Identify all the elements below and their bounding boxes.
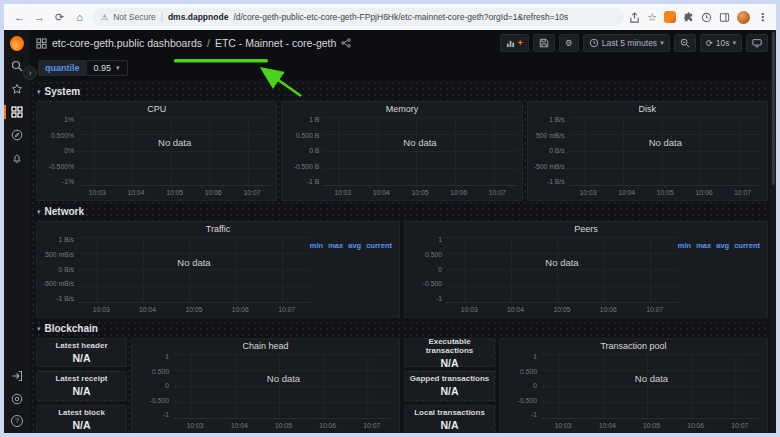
legend-item-current[interactable]: current [734, 241, 760, 250]
alerting-bell-icon[interactable] [10, 151, 24, 165]
stat-latest-receipt[interactable]: Latest receipt N/A [36, 371, 127, 400]
share-icon[interactable] [629, 12, 640, 23]
legend-item-min[interactable]: min [678, 241, 691, 250]
x-tick-label: 10:03 [446, 303, 492, 315]
disk-chart[interactable]: 1 B/s500 mB/s0 B/s-500 mB/s-1 B/sNo data… [528, 116, 767, 200]
stat-local-transactions[interactable]: Local transactions N/A [404, 405, 495, 433]
y-tick-label: -500 mB/s [43, 280, 74, 287]
share-dashboard-icon[interactable] [341, 38, 351, 48]
plot-area[interactable]: No data [541, 354, 762, 419]
plot-area[interactable]: No data [78, 117, 271, 186]
stat-latest-header[interactable]: Latest header N/A [36, 338, 127, 367]
search-icon[interactable] [10, 59, 24, 73]
extensions-puzzle-icon[interactable] [683, 12, 694, 23]
panel-chain-head-title[interactable]: Chain head [132, 339, 399, 353]
chevron-down-icon: ▾ [732, 39, 736, 47]
traffic-chart[interactable]: 1 B/s500 mB/s0 B/s-500 mB/s-1 B/sNo data… [37, 236, 399, 317]
stat-gapped-transactions[interactable]: Gapped transactions N/A [404, 371, 495, 400]
add-panel-button[interactable]: + [500, 34, 529, 52]
cpu-chart[interactable]: 1%0.500%0%-0.500%-1%No data10:0310:0410:… [37, 116, 276, 200]
x-tick-label: 10:04 [217, 419, 261, 431]
section-network[interactable]: ▾ Network [37, 205, 768, 218]
page-scrollbar[interactable] [771, 30, 776, 433]
zoom-out-time-button[interactable] [674, 34, 696, 52]
plot-column: No data10:0310:0410:0510:0610:07 [569, 117, 762, 198]
time-range-picker[interactable]: Last 5 minutes ▾ [583, 34, 670, 52]
legend-item-avg[interactable]: avg [348, 241, 361, 250]
y-axis: 10.5000-0.500-1 [408, 237, 446, 315]
no-data-label: No data [446, 257, 678, 268]
breadcrumb-dashboard-title[interactable]: ETC - Mainnet - core-geth [215, 37, 336, 49]
metamask-extension-icon[interactable] [664, 11, 676, 23]
panel-chain-head: Chain head 10.5000-0.500-1No data10:0310… [131, 338, 400, 433]
plot-area[interactable]: No data [323, 117, 516, 186]
transaction-pool-chart[interactable]: 10.5000-0.500-1No data10:0310:0410:0510:… [500, 353, 767, 433]
panel-traffic-title[interactable]: Traffic [37, 222, 399, 236]
home-icon[interactable]: ⌂ [72, 11, 87, 23]
breadcrumb-folder[interactable]: etc-core-geth.public dashboards [52, 37, 202, 49]
address-bar[interactable]: ⚠ Not Secure | dms.dappnode/d/core-geth-… [92, 8, 624, 26]
chain-head-chart[interactable]: 10.5000-0.500-1No data10:0310:0410:0510:… [132, 353, 399, 433]
back-icon[interactable]: ← [12, 11, 27, 23]
stat-title: Executable transactions [405, 337, 494, 355]
sidebar-expand-button[interactable]: › [23, 66, 37, 80]
stat-value: N/A [440, 419, 458, 431]
x-axis: 10:0310:0410:0510:0610:07 [541, 419, 762, 431]
scrollbar-thumb[interactable] [772, 32, 775, 185]
refresh-icon: ⟳ [706, 38, 713, 48]
legend-item-avg[interactable]: avg [716, 241, 729, 250]
quantile-variable-dropdown[interactable]: 0.95 ▾ [87, 60, 128, 76]
y-tick-label: 0.500 [520, 368, 537, 375]
y-tick-label: -0.500% [49, 163, 74, 170]
legend-item-max[interactable]: max [328, 241, 343, 250]
y-tick-label: 0.500 [152, 368, 169, 375]
panel-transaction-pool-title[interactable]: Transaction pool [500, 339, 767, 353]
sign-in-icon[interactable] [10, 369, 24, 383]
dashboard-variables-row: quantile 0.95 ▾ [30, 56, 776, 80]
section-blockchain[interactable]: ▾ Blockchain [37, 322, 768, 335]
help-icon[interactable]: ? [11, 415, 23, 427]
grafana-main: › etc-core-geth.public dashboards / ETC … [30, 30, 776, 433]
explore-compass-icon[interactable] [10, 128, 24, 142]
section-system[interactable]: ▾ System [37, 85, 768, 98]
plot-area[interactable]: No data [78, 237, 310, 303]
bookmark-star-icon[interactable]: ☆ [647, 11, 657, 24]
panel-cpu-title[interactable]: CPU [37, 102, 276, 116]
starred-icon[interactable] [10, 82, 24, 96]
url-path: /d/core-geth-public-etc-core-geth-FPpjH6… [233, 12, 568, 22]
tab-sidebar-icon[interactable] [719, 12, 730, 23]
plot-area[interactable]: No data [446, 237, 678, 303]
plot-area[interactable]: No data [569, 117, 762, 186]
profile-avatar[interactable] [737, 11, 750, 24]
panel-peers-title[interactable]: Peers [405, 222, 767, 236]
peers-chart[interactable]: 10.5000-0.500-1No data10:0310:0410:0510:… [405, 236, 767, 317]
legend-item-max[interactable]: max [696, 241, 711, 250]
plot-column: No data10:0310:0410:0510:0610:07 [173, 354, 394, 431]
refresh-button[interactable]: ⟳ 10s ▾ [700, 34, 742, 52]
chevron-down-icon: ▾ [37, 88, 41, 96]
stat-executable-transactions[interactable]: Executable transactions N/A [404, 338, 495, 367]
breadcrumb[interactable]: etc-core-geth.public dashboards / ETC - … [36, 37, 351, 49]
section-network-label: Network [45, 206, 84, 217]
sidebar-item-dashboards[interactable] [10, 105, 24, 119]
dashboard-settings-button[interactable]: ⚙ [559, 34, 579, 52]
y-tick-label: 0 B/s [59, 266, 75, 273]
memory-chart[interactable]: 1 B0.500 B0 B-0.500 B-1 BNo data10:0310:… [282, 116, 521, 200]
plot-area[interactable]: No data [173, 354, 394, 419]
history-clock-icon[interactable] [701, 12, 712, 23]
tv-kiosk-button[interactable] [746, 34, 768, 52]
grafana-logo[interactable] [10, 36, 24, 50]
forward-icon[interactable]: → [32, 11, 47, 23]
refresh-interval-label[interactable]: 10s [716, 38, 730, 48]
x-tick-label: 10:04 [124, 303, 170, 315]
panel-memory-title[interactable]: Memory [282, 102, 521, 116]
legend-item-min[interactable]: min [310, 241, 323, 250]
reload-icon[interactable]: ⟳ [52, 11, 67, 24]
browser-menu-icon[interactable]: ⋮ [757, 11, 768, 24]
panel-disk-title[interactable]: Disk [528, 102, 767, 116]
y-axis: 1 B0.500 B0 B-0.500 B-1 B [285, 117, 323, 198]
save-dashboard-button[interactable] [533, 34, 555, 52]
server-admin-icon[interactable] [10, 392, 24, 406]
legend-item-current[interactable]: current [366, 241, 392, 250]
stat-latest-block[interactable]: Latest block N/A [36, 405, 127, 433]
